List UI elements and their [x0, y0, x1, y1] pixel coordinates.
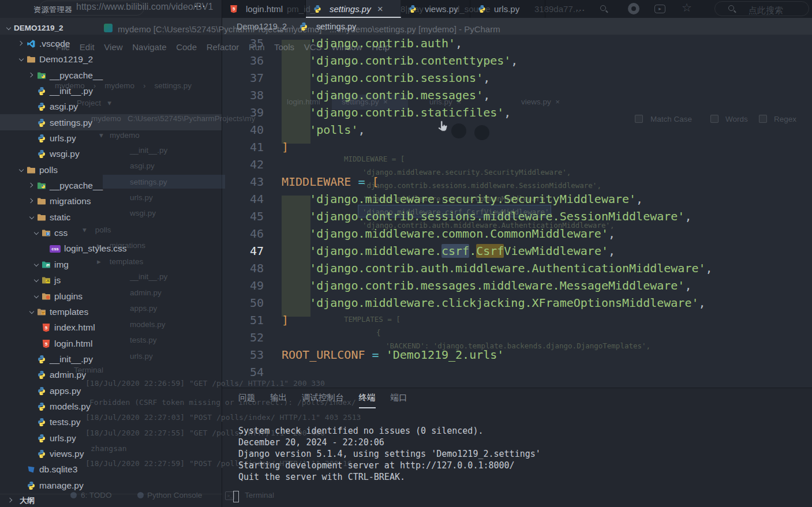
- chevron-spacer: [28, 449, 37, 459]
- tree-item-views.py[interactable]: views.py: [0, 446, 222, 461]
- tree-item-migrations[interactable]: migrations: [0, 194, 222, 209]
- breadcrumb-project[interactable]: Demo1219_2: [237, 22, 287, 31]
- terminal-tab-终端[interactable]: 终端: [359, 392, 376, 408]
- line-number: 41: [222, 138, 264, 156]
- tab-login.html[interactable]: 5login.html: [222, 0, 306, 18]
- tree-item-label: asgi.py: [50, 102, 78, 112]
- tab-label: settings.py: [330, 4, 371, 14]
- terminal-tab-问题[interactable]: 问题: [238, 392, 255, 408]
- tree-item-admin.py[interactable]: admin.py: [0, 367, 222, 383]
- tree-item-label: index.html: [54, 322, 95, 333]
- terminal-tab-调试控制台[interactable]: 调试控制台: [302, 392, 344, 408]
- tree-item-asgi.py[interactable]: asgi.py: [0, 99, 222, 115]
- tab-settings.py[interactable]: settings.py×: [306, 0, 401, 18]
- python-icon: [37, 418, 46, 427]
- chevron-down-icon: [28, 307, 37, 317]
- code-line: ROOT_URLCONF = 'Demo1219_2.urls': [282, 346, 713, 363]
- outline-label: 大纲: [20, 495, 35, 506]
- tree-item-label: settings.py: [50, 118, 92, 128]
- code-line: ]: [282, 138, 713, 156]
- chevron-spacer: [32, 339, 42, 348]
- tree-item-label: urls.py: [50, 133, 76, 144]
- tree-item-.vscode[interactable]: .vscode: [0, 36, 222, 51]
- chevron-down-icon: [32, 276, 42, 285]
- tree-item-index.html[interactable]: 5index.html: [0, 320, 222, 336]
- tree-item-urls.py[interactable]: urls.py: [0, 430, 222, 446]
- outline-section[interactable]: 大纲: [0, 494, 222, 507]
- more-actions-button[interactable]: ···: [194, 0, 206, 12]
- tree-item-wsgi.py[interactable]: wsgi.py: [0, 147, 222, 162]
- chevron-down-icon: [32, 228, 42, 238]
- tree-item-login_styles.css[interactable]: csslogin_styles.css: [0, 241, 222, 257]
- tree-item-DEMO1219_2[interactable]: DEMO1219_2: [0, 20, 222, 36]
- chevron-down-icon: [32, 260, 42, 269]
- chevron-spacer: [28, 149, 37, 159]
- terminal-tab-端口[interactable]: 端口: [391, 392, 407, 408]
- tab-views.py[interactable]: views.py: [401, 0, 470, 18]
- tree-item-img[interactable]: img: [0, 257, 222, 272]
- line-number: 46: [222, 225, 264, 242]
- tree-item-apps.py[interactable]: apps.py: [0, 383, 222, 399]
- tree-item-urls.py[interactable]: urls.py: [0, 130, 222, 146]
- vscode-icon: [27, 39, 36, 48]
- tree-item-css[interactable]: 3css: [0, 225, 222, 241]
- tree-item-label: plugins: [54, 291, 83, 302]
- tab-label: urls.py: [494, 4, 519, 14]
- tree-item-tests.py[interactable]: tests.py: [0, 415, 222, 430]
- python-icon: [37, 149, 46, 159]
- tree-item-label: manage.py: [39, 480, 84, 491]
- tree-item-Demo1219_2[interactable]: Demo1219_2: [0, 52, 222, 67]
- chevron-spacer: [28, 370, 37, 380]
- tree-item-__pycache__[interactable]: __pycache__: [0, 67, 222, 83]
- code-editor[interactable]: 'django.contrib.auth', 'django.contrib.c…: [282, 35, 713, 381]
- terminal-output-line: Django version 5.1.4, using settings 'De…: [238, 448, 541, 460]
- html-icon: 5: [42, 323, 51, 332]
- tree-item-templates[interactable]: templates: [0, 304, 222, 320]
- terminal-output-line: System check identified no issues (0 sil…: [238, 425, 541, 437]
- tree-item-db.sqlite3[interactable]: db.sqlite3: [0, 462, 222, 478]
- tree-item-login.html[interactable]: 5login.html: [0, 336, 222, 351]
- tree-item-models.py[interactable]: models.py: [0, 399, 222, 414]
- terminal-tab-输出[interactable]: 输出: [270, 392, 287, 408]
- python-icon: [313, 5, 322, 13]
- python-icon: [37, 102, 46, 111]
- tree-item-polls[interactable]: polls: [0, 162, 222, 178]
- code-line: [282, 329, 713, 346]
- chevron-spacer: [28, 402, 37, 411]
- line-number: 37: [222, 69, 264, 87]
- code-line: 'django.contrib.contenttypes',: [282, 52, 713, 69]
- breadcrumb-file[interactable]: settings.py: [316, 22, 356, 31]
- tree-item-manage.py[interactable]: manage.py: [0, 478, 222, 493]
- tab-label: views.py: [425, 4, 458, 14]
- python-icon: [37, 402, 46, 411]
- vscode-window: ▸ >_ https://www.bilibili.com/video/BV1p…: [0, 0, 812, 507]
- code-line: 'django.contrib.staticfiles',: [282, 104, 713, 121]
- tree-item-js[interactable]: JSjs: [0, 273, 222, 288]
- terminal-output-line: December 20, 2024 - 22:20:06: [238, 437, 541, 448]
- chevron-spacer: [17, 465, 27, 474]
- line-number: 47: [222, 242, 264, 260]
- code-line: 'django.contrib.sessions.middleware.Sess…: [282, 208, 713, 225]
- svg-text:3: 3: [47, 232, 49, 235]
- html-icon: 5: [229, 5, 238, 13]
- tree-item-__pycache__[interactable]: __pycache__: [0, 178, 222, 193]
- line-number: 39: [222, 104, 264, 121]
- tab-urls.py[interactable]: urls.py: [470, 0, 545, 18]
- tree-item-label: DEMO1219_2: [14, 24, 63, 32]
- line-number: 48: [222, 260, 264, 277]
- tree-item-static[interactable]: static: [0, 209, 222, 225]
- chevron-spacer: [40, 244, 50, 253]
- line-number: 45: [222, 208, 264, 225]
- chevron-down-icon: [5, 24, 14, 33]
- python-icon: [37, 370, 46, 380]
- chevron-spacer: [28, 134, 37, 143]
- tree-item-__init__.py[interactable]: __init__.py: [0, 83, 222, 99]
- tree-item-settings.py[interactable]: settings.py: [0, 115, 222, 130]
- pyfolder-icon: [37, 181, 46, 190]
- tree-item-__init__.py[interactable]: __init__.py: [0, 351, 222, 367]
- tree-item-plugins[interactable]: plugins: [0, 288, 222, 304]
- close-icon[interactable]: ×: [377, 3, 383, 15]
- tab-label: login.html: [246, 4, 283, 14]
- tree-item-label: templates: [50, 307, 88, 317]
- python-icon: [477, 5, 487, 13]
